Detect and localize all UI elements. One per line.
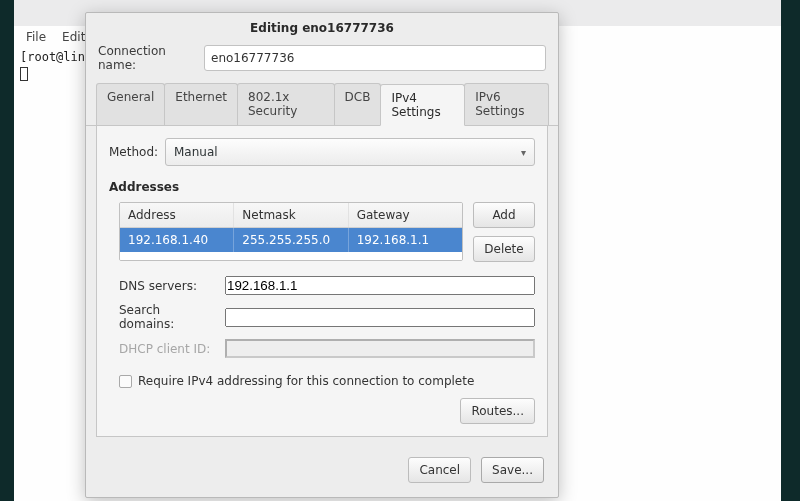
chevron-down-icon: ▾ bbox=[521, 147, 526, 158]
tab-8021x[interactable]: 802.1x Security bbox=[237, 83, 335, 125]
method-value: Manual bbox=[174, 145, 218, 159]
search-domains-input[interactable] bbox=[225, 308, 535, 327]
method-combo[interactable]: Manual ▾ bbox=[165, 138, 535, 166]
tab-bar: General Ethernet 802.1x Security DCB IPv… bbox=[86, 83, 558, 126]
dns-input[interactable] bbox=[225, 276, 535, 295]
connection-name-input[interactable] bbox=[204, 45, 546, 71]
addresses-heading: Addresses bbox=[109, 180, 535, 194]
tab-ethernet[interactable]: Ethernet bbox=[164, 83, 238, 125]
require-ipv4-checkbox[interactable] bbox=[119, 375, 132, 388]
menu-edit[interactable]: Edit bbox=[62, 30, 85, 44]
col-address[interactable]: Address bbox=[120, 203, 234, 227]
connection-name-label: Connection name: bbox=[98, 44, 204, 72]
routes-button[interactable]: Routes... bbox=[460, 398, 535, 424]
tab-general[interactable]: General bbox=[96, 83, 165, 125]
cell-address[interactable]: 192.168.1.40 bbox=[120, 228, 234, 252]
terminal-cursor bbox=[20, 67, 28, 81]
col-netmask[interactable]: Netmask bbox=[234, 203, 348, 227]
terminal-prompt: [root@lin bbox=[20, 50, 85, 64]
addresses-table[interactable]: Address Netmask Gateway 192.168.1.40 255… bbox=[119, 202, 463, 261]
dialog-title: Editing eno16777736 bbox=[86, 13, 558, 41]
cancel-button[interactable]: Cancel bbox=[408, 457, 471, 483]
add-button[interactable]: Add bbox=[473, 202, 535, 228]
addresses-header: Address Netmask Gateway bbox=[120, 203, 462, 228]
dns-label: DNS servers: bbox=[119, 279, 219, 293]
delete-button[interactable]: Delete bbox=[473, 236, 535, 262]
cell-netmask[interactable]: 255.255.255.0 bbox=[234, 228, 348, 252]
table-row[interactable]: 192.168.1.40 255.255.255.0 192.168.1.1 bbox=[120, 228, 462, 252]
tab-ipv6[interactable]: IPv6 Settings bbox=[464, 83, 549, 125]
dhcp-client-id-input bbox=[225, 339, 535, 358]
cell-gateway[interactable]: 192.168.1.1 bbox=[349, 228, 462, 252]
method-label: Method: bbox=[109, 145, 165, 159]
menu-file[interactable]: File bbox=[26, 30, 46, 44]
dhcp-client-id-label: DHCP client ID: bbox=[119, 342, 219, 356]
tab-panel-ipv4: Method: Manual ▾ Addresses Address Netma… bbox=[96, 126, 548, 437]
save-button[interactable]: Save... bbox=[481, 457, 544, 483]
tab-dcb[interactable]: DCB bbox=[334, 83, 382, 125]
nm-editor-dialog: Editing eno16777736 Connection name: Gen… bbox=[85, 12, 559, 498]
require-ipv4-label: Require IPv4 addressing for this connect… bbox=[138, 374, 474, 388]
search-domains-label: Search domains: bbox=[119, 303, 219, 331]
col-gateway[interactable]: Gateway bbox=[349, 203, 462, 227]
tab-ipv4[interactable]: IPv4 Settings bbox=[380, 84, 465, 126]
